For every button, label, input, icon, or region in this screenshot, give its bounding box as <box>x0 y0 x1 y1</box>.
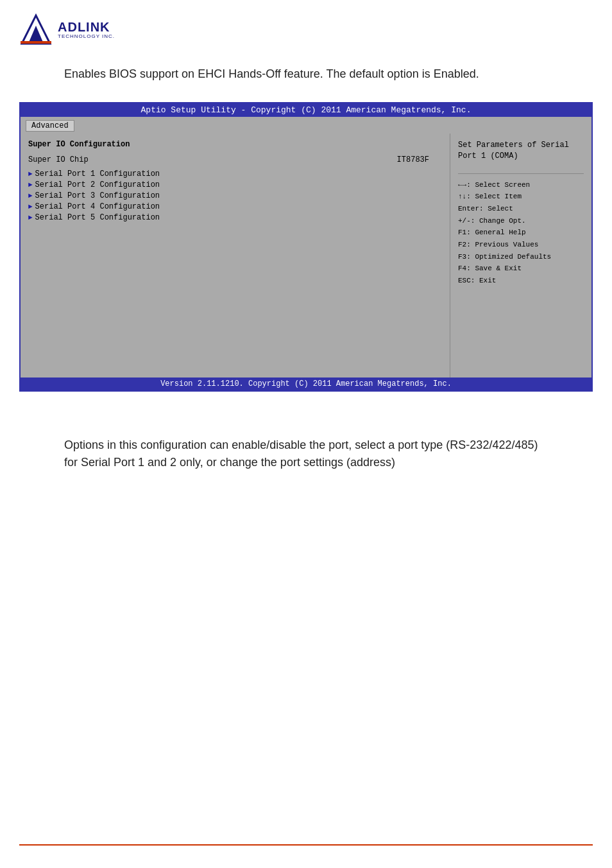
page-footer-line <box>19 844 593 849</box>
bios-key-hints: ←→: Select Screen ↑↓: Select Item Enter:… <box>458 179 584 287</box>
bios-key-3: Enter: Select <box>458 203 584 215</box>
bios-key-5: F1: General Help <box>458 227 584 239</box>
logo-text: ADLINK TECHNOLOGY INC. <box>58 20 115 40</box>
bios-left-panel: Super IO Configuration Super IO Chip IT8… <box>21 134 450 378</box>
logo-adlink-text: ADLINK <box>58 20 115 34</box>
logo-sub-text: TECHNOLOGY INC. <box>58 34 115 40</box>
bios-key-1: ←→: Select Screen <box>458 179 584 191</box>
bios-chip-row: Super IO Chip IT8783F <box>28 155 442 164</box>
bios-key-9: ESC: Exit <box>458 275 584 287</box>
bios-menu-item-3[interactable]: ► Serial Port 3 Configuration <box>28 191 442 200</box>
bios-arrow-icon-3: ► <box>28 192 33 200</box>
bios-main-area: Super IO Configuration Super IO Chip IT8… <box>21 134 591 378</box>
header: ADLINK TECHNOLOGY INC. <box>0 0 612 59</box>
bios-menu-label-2: Serial Port 2 Configuration <box>35 180 160 189</box>
bios-right-panel: Set Parameters of Serial Port 1 (COMA) ←… <box>450 134 591 378</box>
bios-key-2: ↑↓: Select Item <box>458 191 584 203</box>
bios-divider <box>458 173 584 174</box>
bios-menu-label-3: Serial Port 3 Configuration <box>35 191 160 200</box>
logo: ADLINK TECHNOLOGY INC. <box>19 13 115 46</box>
bios-arrow-icon-2: ► <box>28 181 33 189</box>
bios-menu-label-4: Serial Port 4 Configuration <box>35 202 160 211</box>
bios-chip-value: IT8783F <box>397 155 429 164</box>
bios-arrow-icon-4: ► <box>28 203 33 211</box>
bios-tab-bar: Advanced <box>21 117 591 134</box>
bios-menu-label-5: Serial Port 5 Configuration <box>35 213 160 222</box>
bios-menu-label-1: Serial Port 1 Configuration <box>35 169 160 178</box>
bios-key-6: F2: Previous Values <box>458 239 584 251</box>
svg-rect-2 <box>21 41 51 44</box>
bios-chip-label: Super IO Chip <box>28 155 89 164</box>
bios-menu-item-1[interactable]: ► Serial Port 1 Configuration <box>28 169 442 178</box>
bios-arrow-icon-5: ► <box>28 214 33 221</box>
adlink-logo-icon <box>19 13 53 46</box>
bios-tab-advanced[interactable]: Advanced <box>26 120 74 132</box>
bios-screen: Aptio Setup Utility - Copyright (C) 2011… <box>19 102 593 392</box>
bios-key-4: +/-: Change Opt. <box>458 215 584 227</box>
bios-menu-item-2[interactable]: ► Serial Port 2 Configuration <box>28 180 442 189</box>
bios-key-7: F3: Optimized Defaults <box>458 251 584 263</box>
bios-arrow-icon-1: ► <box>28 170 33 178</box>
svg-marker-1 <box>28 26 44 44</box>
bios-menu-item-5[interactable]: ► Serial Port 5 Configuration <box>28 213 442 222</box>
bios-footer: Version 2.11.1210. Copyright (C) 2011 Am… <box>21 378 591 390</box>
bottom-description: Options in this configuration can enable… <box>0 411 612 490</box>
bios-help-text: Set Parameters of Serial Port 1 (COMA) <box>458 140 584 162</box>
bios-title-bar: Aptio Setup Utility - Copyright (C) 2011… <box>21 103 591 117</box>
bios-menu-item-4[interactable]: ► Serial Port 4 Configuration <box>28 202 442 211</box>
bios-key-8: F4: Save & Exit <box>458 263 584 275</box>
top-description: Enables BIOS support on EHCI Hands-Off f… <box>0 59 612 102</box>
bios-section-title: Super IO Configuration <box>28 140 442 149</box>
